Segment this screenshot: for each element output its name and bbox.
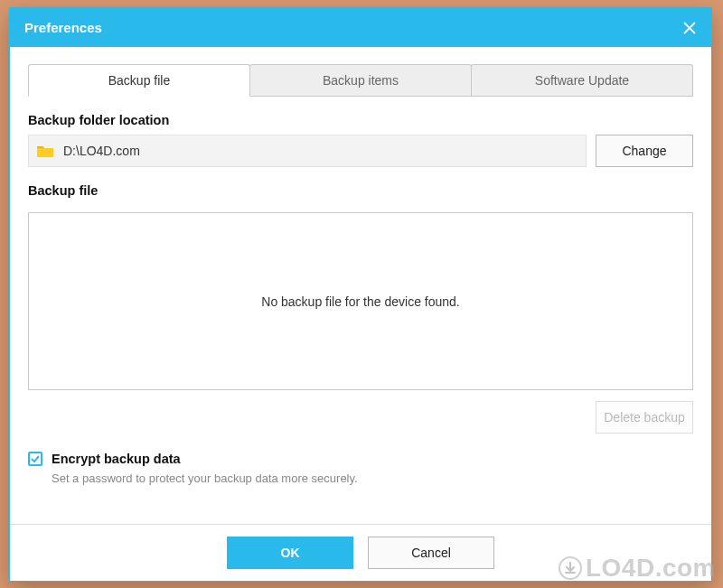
dialog-footer: OK Cancel	[10, 524, 711, 581]
tabs: Backup file Backup items Software Update	[28, 64, 693, 97]
tab-backup-items[interactable]: Backup items	[249, 64, 472, 96]
backup-file-empty-message: No backup file for the device found.	[261, 294, 459, 309]
folder-path-text: D:\LO4D.com	[63, 144, 140, 158]
encrypt-row: Encrypt backup data	[28, 452, 693, 466]
titlebar: Preferences	[10, 8, 711, 47]
dialog-body: Backup file Backup items Software Update…	[10, 47, 711, 524]
backup-folder-label: Backup folder location	[28, 113, 693, 127]
encrypt-checkbox[interactable]	[28, 452, 42, 466]
check-icon	[31, 454, 40, 463]
close-button[interactable]	[668, 8, 711, 47]
file-actions: Delete backup	[28, 401, 693, 434]
folder-path-row: D:\LO4D.com Change	[28, 135, 693, 167]
close-icon	[683, 22, 696, 34]
folder-path-display: D:\LO4D.com	[28, 135, 587, 167]
encrypt-hint: Set a password to protect your backup da…	[52, 471, 693, 485]
tab-backup-file[interactable]: Backup file	[28, 64, 250, 97]
delete-backup-button[interactable]: Delete backup	[596, 401, 693, 434]
preferences-window: Preferences Backup file Backup items Sof…	[9, 7, 712, 582]
cancel-button[interactable]: Cancel	[368, 537, 494, 569]
ok-button[interactable]: OK	[227, 537, 353, 569]
folder-icon	[36, 144, 54, 158]
window-title: Preferences	[24, 20, 102, 35]
backup-file-label: Backup file	[28, 183, 693, 198]
encrypt-label: Encrypt backup data	[52, 452, 181, 466]
change-button[interactable]: Change	[596, 135, 693, 167]
tab-software-update[interactable]: Software Update	[471, 64, 693, 96]
backup-file-list: No backup file for the device found.	[28, 212, 693, 390]
